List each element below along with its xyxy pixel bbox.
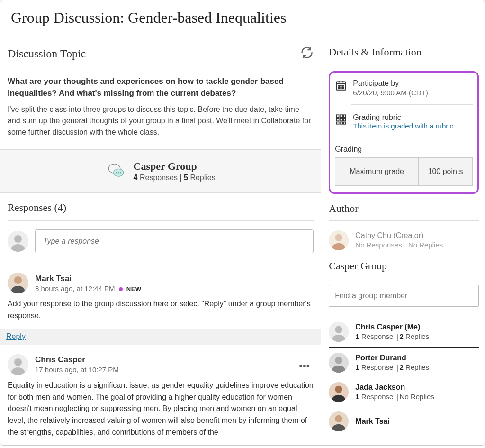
new-badge: NEW — [126, 285, 142, 293]
member-stats: 1 Response 2 Replies — [355, 363, 429, 371]
member-row[interactable]: Porter Durand 1 Response 2 Replies — [329, 348, 479, 377]
post-author: Mark Tsai — [35, 274, 142, 283]
discussion-topic-section: Discussion Topic What are your thoughts … — [0, 37, 321, 149]
members-section-title: Casper Group — [329, 260, 479, 278]
max-grade-value: 100 points — [419, 158, 472, 185]
responses-section: Responses (4) Mark Tsai 3 hours ago, a — [0, 193, 321, 439]
svg-rect-26 — [344, 119, 346, 121]
content-columns: Discussion Topic What are your thoughts … — [0, 37, 485, 445]
topic-question: What are your thoughts and experiences o… — [8, 76, 314, 99]
reply-link[interactable]: Reply — [6, 332, 26, 340]
details-section-title: Details & Information — [329, 46, 479, 64]
svg-rect-24 — [337, 119, 339, 121]
svg-point-2 — [116, 172, 117, 173]
member-row[interactable]: Chris Casper (Me) 1 Response 2 Replies — [329, 317, 479, 348]
post-body: Equality in education is a significant i… — [8, 380, 314, 439]
avatar — [8, 273, 28, 293]
participate-row: Participate by 6/20/20, 9:00 AM (CDT) — [335, 79, 473, 104]
svg-point-34 — [335, 326, 342, 333]
svg-rect-23 — [344, 115, 346, 117]
topic-header: Discussion Topic — [8, 46, 314, 68]
svg-point-4 — [120, 172, 121, 173]
post-header: Chris Casper 17 hours ago, at 10:27 PM — [8, 354, 119, 375]
member-name: Mark Tsai — [355, 417, 390, 426]
rubric-label: Grading rubric — [353, 113, 453, 122]
svg-rect-21 — [337, 115, 339, 117]
grading-label: Grading — [335, 145, 473, 154]
svg-point-20 — [343, 87, 344, 88]
side-column: Details & Information Participate by 6/2… — [321, 37, 485, 445]
svg-rect-28 — [340, 122, 342, 124]
svg-point-9 — [14, 276, 22, 284]
main-column: Discussion Topic What are your thoughts … — [0, 37, 321, 445]
avatar — [329, 322, 349, 342]
reply-bar: Reply — [0, 329, 321, 345]
response-input[interactable] — [35, 229, 314, 253]
member-name: Porter Durand — [355, 354, 429, 362]
svg-rect-22 — [340, 115, 342, 117]
chat-bubbles-icon — [106, 160, 126, 182]
member-row[interactable]: Jada Jackson 1 Response No Replies — [329, 377, 479, 407]
member-stats: 1 Response 2 Replies — [355, 332, 429, 340]
group-stats: 4 Responses | 5 Replies — [134, 174, 216, 182]
post-header: Mark Tsai 3 hours ago, at 12:44 PM NEW — [8, 273, 314, 293]
svg-point-19 — [341, 87, 341, 88]
author-stats: No Responses No Replies — [355, 241, 443, 249]
svg-rect-25 — [340, 119, 342, 121]
svg-rect-29 — [344, 122, 346, 124]
svg-point-15 — [339, 85, 340, 86]
post-timestamp: 3 hours ago, at 12:44 PM NEW — [35, 284, 142, 293]
avatar — [8, 354, 28, 375]
details-box: Participate by 6/20/20, 9:00 AM (CDT) Gr… — [329, 71, 479, 194]
group-strip: Casper Group 4 Responses | 5 Replies — [0, 149, 321, 193]
participate-label: Participate by — [353, 79, 428, 88]
svg-rect-27 — [337, 122, 339, 124]
page-title: Group Discussion: Gender-based Inequalit… — [11, 9, 474, 27]
more-options-icon[interactable]: ••• — [299, 360, 310, 372]
avatar — [8, 231, 28, 252]
svg-point-43 — [335, 415, 342, 422]
responses-heading: Responses (4) — [8, 201, 314, 221]
author-row: Cathy Chu (Creator) No Responses No Repl… — [329, 228, 479, 260]
svg-point-31 — [335, 234, 342, 241]
max-grade-label: Maximum grade — [335, 158, 419, 185]
post-body: Add your response to the group discussio… — [8, 298, 314, 322]
participate-date: 6/20/20, 9:00 AM (CDT) — [353, 89, 428, 97]
svg-point-6 — [14, 235, 22, 243]
member-stats: 1 Response No Replies — [355, 393, 434, 401]
member-name: Chris Casper (Me) — [355, 323, 429, 331]
author-name: Cathy Chu (Creator) — [355, 231, 443, 240]
page-header: Group Discussion: Gender-based Inequalit… — [0, 0, 485, 37]
response-post: Mark Tsai 3 hours ago, at 12:44 PM NEW A… — [8, 273, 314, 322]
svg-point-3 — [118, 172, 119, 173]
avatar — [329, 230, 349, 250]
rubric-row: Grading rubric This item is graded with … — [351, 104, 473, 138]
avatar — [329, 411, 349, 431]
svg-point-40 — [335, 386, 342, 393]
grade-table: Maximum grade 100 points — [335, 157, 473, 186]
svg-point-16 — [341, 85, 341, 86]
member-search-input[interactable] — [329, 285, 479, 307]
topic-section-title: Discussion Topic — [8, 47, 86, 60]
post-author: Chris Casper — [35, 355, 119, 365]
topic-body: I've split the class into three groups t… — [8, 104, 314, 138]
calendar-icon — [335, 79, 347, 97]
rubric-link[interactable]: This item is graded with a rubric — [353, 122, 453, 130]
member-row[interactable]: Mark Tsai — [329, 407, 479, 431]
group-name: Casper Group — [134, 160, 216, 173]
svg-point-17 — [343, 85, 344, 86]
author-section-title: Author — [329, 202, 479, 221]
svg-point-12 — [14, 358, 22, 366]
refresh-icon[interactable] — [300, 46, 314, 61]
avatar — [329, 382, 349, 402]
compose-row — [8, 229, 314, 264]
svg-point-18 — [339, 87, 340, 88]
new-indicator-dot — [119, 287, 123, 291]
avatar — [329, 353, 349, 373]
post-timestamp: 17 hours ago, at 10:27 PM — [35, 366, 119, 374]
response-post: Chris Casper 17 hours ago, at 10:27 PM •… — [8, 354, 314, 439]
svg-point-37 — [335, 357, 342, 364]
rubric-grid-icon — [335, 113, 347, 130]
member-name: Jada Jackson — [355, 383, 434, 392]
